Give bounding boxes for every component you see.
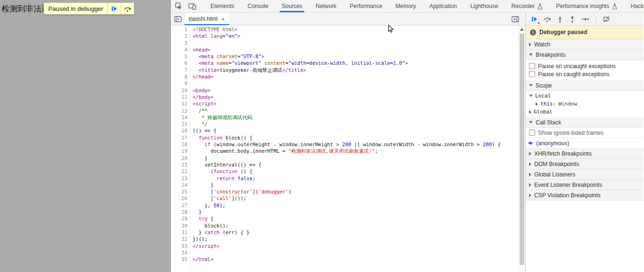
scope-global-row[interactable]: Global <box>526 108 644 116</box>
code-line[interactable]: /** <box>193 107 525 114</box>
line-number[interactable]: 10 <box>171 87 187 94</box>
code-line[interactable]: return false; <box>193 175 525 182</box>
line-number[interactable]: 23 <box>171 175 187 182</box>
pause-on-caught-checkbox[interactable] <box>529 71 535 77</box>
code-line[interactable]: * 终极增强防调试代码 <box>193 114 525 121</box>
code-line[interactable]: setInterval(() => { <box>193 161 525 168</box>
section-scope[interactable]: Scope <box>526 80 644 91</box>
line-number[interactable]: 8 <box>171 73 187 80</box>
code-line[interactable]: } <box>193 209 525 215</box>
line-number[interactable]: 26 <box>171 195 187 202</box>
section-dom-breakpoints[interactable]: DOM Breakpoints <box>526 159 644 169</box>
line-number[interactable]: 4 <box>171 46 187 53</box>
section-xhr-fetch-breakpoints[interactable]: XHR/fetch Breakpoints <box>526 149 644 159</box>
code-line[interactable]: document.body.innerHTML = "检测到非法调试,请关闭后刷… <box>193 148 525 154</box>
line-number[interactable]: 3 <box>171 40 187 46</box>
tab-console[interactable]: Console <box>241 0 275 12</box>
section-event-listener-breakpoints[interactable]: Event Listener Breakpoints <box>526 180 644 190</box>
code-line[interactable]: <script> <box>193 100 525 107</box>
line-number[interactable]: 13 <box>171 107 187 114</box>
section-call-stack[interactable]: Call Stack <box>526 117 644 128</box>
line-number[interactable]: 6 <box>171 60 187 66</box>
step-into-button[interactable] <box>556 16 564 23</box>
code-line[interactable]: })(); <box>193 236 525 242</box>
tab-application[interactable]: Application <box>423 0 464 12</box>
code-line[interactable]: <html lang="en"> <box>193 33 525 39</box>
inspect-element-button[interactable] <box>175 2 183 10</box>
code-editor[interactable]: 1234567891011121314151617181920212223242… <box>171 26 525 272</box>
section-watch[interactable]: Watch <box>526 39 644 50</box>
code-line[interactable]: </html> <box>193 256 525 263</box>
deactivate-breakpoints-button[interactable] <box>603 16 611 23</box>
line-number[interactable]: 31 <box>171 229 187 236</box>
tab-sources[interactable]: Sources <box>275 0 309 12</box>
tab-hackbar[interactable]: HackBar <box>624 0 644 12</box>
step-button[interactable] <box>581 16 589 23</box>
code-line[interactable]: </head> <box>193 73 525 80</box>
tab-performance[interactable]: Performance <box>343 0 389 12</box>
code-line[interactable]: */ <box>193 121 525 127</box>
close-icon[interactable]: × <box>221 16 225 22</box>
tab-performance-insights[interactable]: Performance insights <box>549 0 624 12</box>
line-number[interactable]: 35 <box>171 256 187 263</box>
code-line[interactable]: (() => { <box>193 127 525 134</box>
code-line[interactable]: <body> <box>193 87 525 94</box>
code-line[interactable]: <head> <box>193 46 525 53</box>
line-number[interactable]: 20 <box>171 155 187 161</box>
line-number[interactable]: 11 <box>171 94 187 100</box>
tab-elements[interactable]: Elements <box>204 0 241 12</box>
tab-lighthouse[interactable]: Lighthouse <box>464 0 505 12</box>
line-number[interactable]: 21 <box>171 161 187 168</box>
code-line[interactable]: ['constructor']('debugger') <box>193 188 525 195</box>
code-line[interactable]: <meta charset="UTF-8"> <box>193 53 525 60</box>
step-over-button[interactable] <box>543 16 551 23</box>
code-line[interactable]: if (window.outerHeight - window.innerHei… <box>193 141 525 148</box>
line-number[interactable]: 2 <box>171 33 187 39</box>
code-line[interactable]: } <box>193 155 525 161</box>
code-line[interactable]: try { <box>193 215 525 222</box>
scrollbar-thumb[interactable] <box>520 34 524 265</box>
scope-this-row[interactable]: this: Window <box>526 100 644 108</box>
step-over-overlay-button[interactable] <box>121 3 134 14</box>
line-number[interactable]: 33 <box>171 243 187 249</box>
line-number[interactable]: 30 <box>171 222 187 229</box>
code-line[interactable]: </body> <box>193 94 525 100</box>
toggle-device-toolbar-button[interactable] <box>188 3 196 10</box>
section-breakpoints[interactable]: Breakpoints <box>526 50 644 60</box>
editor-scrollbar[interactable] <box>518 26 525 272</box>
code-line[interactable]: <title>tinygeeker-前端禁止调试</title> <box>193 67 525 73</box>
line-number[interactable]: 27 <box>171 202 187 209</box>
code-line[interactable]: <meta name="viewport" content="width=dev… <box>193 60 525 66</box>
code-line[interactable]: <!DOCTYPE html> <box>193 26 525 33</box>
line-number[interactable]: 34 <box>171 249 187 256</box>
line-number[interactable]: 17 <box>171 134 187 141</box>
line-number[interactable]: 16 <box>171 127 187 134</box>
code-line[interactable]: (function () { <box>193 168 525 175</box>
tab-memory[interactable]: Memory <box>389 0 423 12</box>
code-line[interactable]: }, 50); <box>193 202 525 209</box>
code-line[interactable]: } catch (err) { } <box>193 229 525 236</box>
line-number[interactable]: 5 <box>171 53 187 60</box>
show-navigator-button[interactable] <box>174 16 182 22</box>
line-number[interactable]: 25 <box>171 188 187 195</box>
section-csp-violation-breakpoints[interactable]: CSP Violation Breakpoints <box>526 190 644 201</box>
code-line[interactable] <box>193 80 525 87</box>
resume-button[interactable] <box>531 16 538 23</box>
scrollbar-up-icon[interactable] <box>520 28 524 31</box>
code-line[interactable]: } <box>193 182 525 188</box>
show-ignore-listed-checkbox[interactable] <box>529 130 535 136</box>
line-number[interactable]: 14 <box>171 114 187 121</box>
code-line[interactable]: </script> <box>193 243 525 249</box>
tab-recorder[interactable]: Recorder <box>505 0 549 12</box>
file-tab-tiaoshi[interactable]: tiaoshi.html × <box>184 13 229 25</box>
line-number[interactable]: 1 <box>171 26 187 33</box>
call-stack-frame[interactable]: (anonymous) <box>526 138 644 149</box>
line-number[interactable]: 22 <box>171 168 187 175</box>
line-number[interactable]: 15 <box>171 121 187 127</box>
line-number[interactable]: 7 <box>171 67 187 73</box>
section-global-listeners[interactable]: Global Listeners <box>526 169 644 180</box>
line-number[interactable]: 9 <box>171 80 187 87</box>
step-out-button[interactable] <box>569 16 576 23</box>
code-line[interactable] <box>193 249 525 256</box>
line-number[interactable]: 18 <box>171 141 187 148</box>
